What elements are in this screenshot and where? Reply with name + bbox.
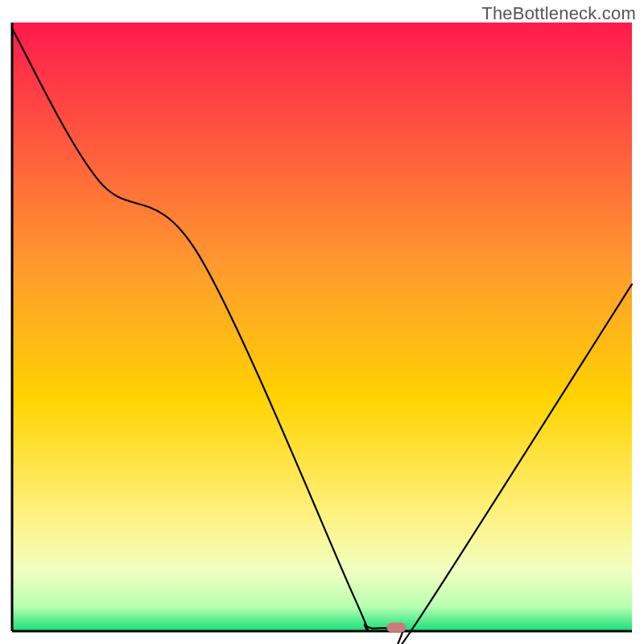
chart-frame: TheBottleneck.com [0, 0, 644, 644]
watermark-label: TheBottleneck.com [481, 3, 636, 24]
optimal-marker [386, 623, 406, 633]
bottleneck-chart [0, 0, 644, 644]
plot-background [12, 23, 632, 631]
